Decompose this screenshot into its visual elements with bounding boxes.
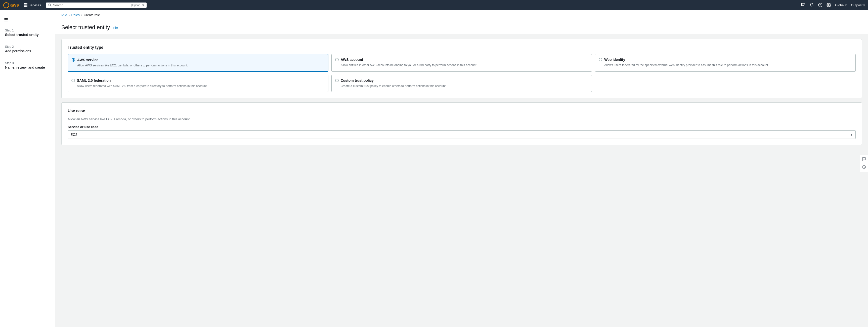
search-icon xyxy=(48,3,52,7)
entity-row2-empty xyxy=(595,75,856,92)
content-area: Trusted entity type AWS service Allow AW… xyxy=(55,34,868,154)
entity-aws-service-desc: Allow AWS services like EC2, Lambda, or … xyxy=(72,63,324,68)
use-case-description: Allow an AWS service like EC2, Lambda, o… xyxy=(68,117,856,121)
entity-aws-service-label: AWS service xyxy=(77,58,98,62)
aws-logo: ◯ aws xyxy=(3,2,19,8)
help-icon xyxy=(818,3,823,7)
entity-options-row1: AWS service Allow AWS services like EC2,… xyxy=(68,54,856,72)
region-label: Global xyxy=(835,3,845,7)
breadcrumb-iam[interactable]: IAM xyxy=(61,13,67,17)
service-select-wrapper: EC2 Lambda ECS S3 RDS DynamoDB EKS SNS S… xyxy=(68,130,856,139)
radio-web-identity xyxy=(599,58,602,61)
nav-icons-group: Global ▾ Outpost ▾ xyxy=(801,3,865,7)
svg-point-9 xyxy=(49,4,51,6)
step-3-item[interactable]: Step 3 Name, review, and create xyxy=(5,61,50,69)
breadcrumb: IAM › Roles › Create role xyxy=(55,10,868,20)
side-icon-panel xyxy=(860,155,868,172)
search-shortcut: [Option+S] xyxy=(131,3,145,6)
step-2-title: Add permissions xyxy=(5,49,50,53)
inbox-icon xyxy=(801,3,805,7)
services-menu-button[interactable]: Services xyxy=(22,2,43,8)
page-header: Select trusted entity Info xyxy=(55,20,868,34)
step-1-item[interactable]: Step 1 Select trusted entity xyxy=(5,29,50,37)
step-2-label: Step 2 xyxy=(5,45,50,49)
services-label: Services xyxy=(28,3,41,7)
entity-saml-desc: Allow users federated with SAML 2.0 from… xyxy=(71,84,324,88)
svg-rect-1 xyxy=(25,3,26,4)
search-input[interactable] xyxy=(53,3,130,7)
entity-option-saml-federation[interactable]: SAML 2.0 federation Allow users federate… xyxy=(68,75,329,92)
bell-icon xyxy=(809,3,814,7)
radio-custom xyxy=(335,79,339,82)
entity-option-aws-account[interactable]: AWS account Allow entities in other AWS … xyxy=(332,54,592,72)
svg-rect-5 xyxy=(26,4,27,5)
entity-custom-label: Custom trust policy xyxy=(341,79,374,83)
trusted-entity-card: Trusted entity type AWS service Allow AW… xyxy=(61,39,862,98)
info-link[interactable]: Info xyxy=(113,26,118,29)
use-case-card: Use case Allow an AWS service like EC2, … xyxy=(61,102,862,145)
entity-option-web-identity[interactable]: Web identity Allows users federated by t… xyxy=(595,54,856,72)
region-selector[interactable]: Global ▾ xyxy=(835,3,847,7)
radio-aws-service xyxy=(72,58,75,62)
svg-rect-4 xyxy=(25,4,26,5)
search-bar: [Option+S] xyxy=(46,2,147,8)
grid-icon xyxy=(24,3,27,7)
side-history-icon[interactable] xyxy=(862,165,866,170)
svg-rect-0 xyxy=(24,3,25,4)
use-case-section-title: Use case xyxy=(68,109,856,113)
breadcrumb-roles[interactable]: Roles xyxy=(71,13,80,17)
entity-web-identity-label: Web identity xyxy=(604,58,625,62)
page-title: Select trusted entity xyxy=(61,24,110,31)
service-field-label: Service or use case xyxy=(68,125,856,129)
radio-saml xyxy=(71,79,75,82)
gear-icon xyxy=(827,3,831,7)
outpost-selector[interactable]: Outpost ▾ xyxy=(851,3,865,7)
step-1-title: Select trusted entity xyxy=(5,33,50,37)
step-1-label: Step 1 xyxy=(5,29,50,32)
step-3-label: Step 3 xyxy=(5,61,50,65)
entity-custom-desc: Create a custom trust policy to enable o… xyxy=(335,84,588,88)
hamburger-menu[interactable]: ☰ xyxy=(0,15,55,25)
inbox-icon-button[interactable] xyxy=(801,3,805,7)
gear-icon-button[interactable] xyxy=(827,3,831,7)
step-3-title: Name, review, and create xyxy=(5,65,50,69)
svg-rect-3 xyxy=(24,4,25,5)
breadcrumb-sep-2: › xyxy=(81,13,82,17)
outpost-label: Outpost xyxy=(851,3,863,7)
svg-point-14 xyxy=(828,4,830,6)
entity-options-row2: SAML 2.0 federation Allow users federate… xyxy=(68,75,856,92)
entity-option-custom-policy[interactable]: Custom trust policy Create a custom trus… xyxy=(332,75,592,92)
breadcrumb-sep-1: › xyxy=(69,13,70,17)
top-navigation: ◯ aws Services [Option+S] xyxy=(0,0,868,10)
svg-rect-6 xyxy=(24,6,25,7)
aws-logo-text: aws xyxy=(10,2,19,8)
bell-icon-button[interactable] xyxy=(809,3,814,7)
trusted-entity-section-title: Trusted entity type xyxy=(68,45,856,50)
service-select[interactable]: EC2 Lambda ECS S3 RDS DynamoDB EKS SNS S… xyxy=(68,130,856,139)
sidebar: ☰ Step 1 Select trusted entity Step 2 Ad… xyxy=(0,10,55,327)
svg-rect-8 xyxy=(26,6,27,7)
svg-rect-7 xyxy=(25,6,26,7)
entity-web-identity-desc: Allows users federated by the specified … xyxy=(599,63,852,67)
step-2-item[interactable]: Step 2 Add permissions xyxy=(5,45,50,53)
entity-aws-account-desc: Allow entities in other AWS accounts bel… xyxy=(335,63,588,67)
svg-rect-2 xyxy=(26,3,27,4)
help-icon-button[interactable] xyxy=(818,3,823,7)
breadcrumb-current: Create role xyxy=(84,13,100,17)
svg-line-10 xyxy=(51,6,51,6)
entity-aws-account-label: AWS account xyxy=(341,58,363,62)
steps-list: Step 1 Select trusted entity Step 2 Add … xyxy=(0,25,55,79)
entity-saml-label: SAML 2.0 federation xyxy=(77,79,111,83)
radio-aws-account xyxy=(335,58,339,61)
entity-option-aws-service[interactable]: AWS service Allow AWS services like EC2,… xyxy=(68,54,329,72)
main-content: IAM › Roles › Create role Select trusted… xyxy=(55,10,868,327)
side-feedback-icon[interactable] xyxy=(862,157,866,162)
